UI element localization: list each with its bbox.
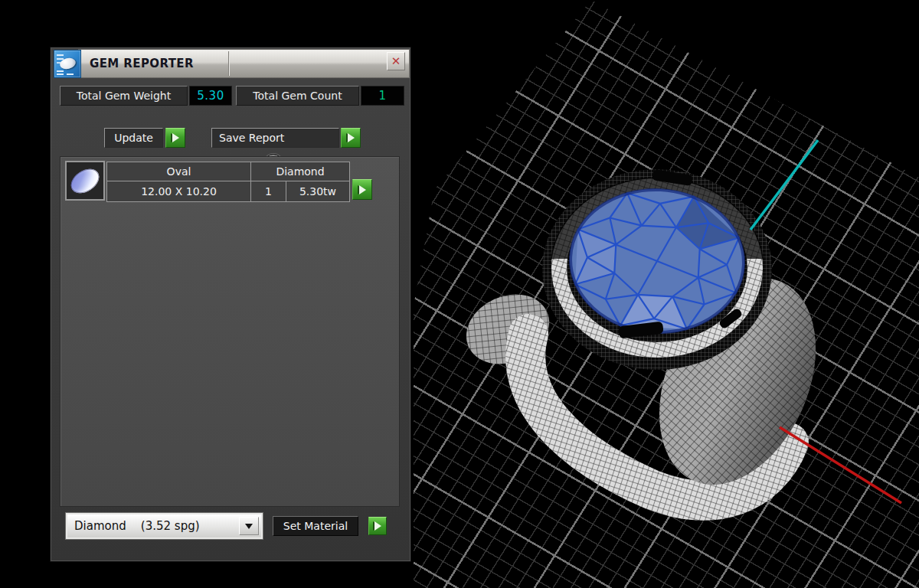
save-report-button[interactable]: Save Report bbox=[211, 128, 339, 148]
play-icon bbox=[374, 521, 381, 531]
gem-reporter-window: GEM REPORTER ✕ Total Gem Weight 5.30 Tot… bbox=[51, 47, 410, 561]
axis-line-cyan bbox=[751, 140, 818, 230]
gem-glyph-icon bbox=[59, 57, 77, 71]
window-titlebar[interactable]: GEM REPORTER bbox=[78, 49, 410, 78]
oval-gem-icon bbox=[67, 164, 103, 198]
gem-weight-cell: 5.30tw bbox=[286, 181, 349, 201]
total-gem-count-label: Total Gem Count bbox=[236, 86, 359, 106]
gem-count-cell: 1 bbox=[251, 181, 286, 201]
gem-dimensions-cell: 12.00 X 10.20 bbox=[107, 181, 250, 201]
window-title: GEM REPORTER bbox=[79, 57, 194, 70]
save-report-run-button[interactable] bbox=[341, 128, 361, 148]
total-gem-weight-value: 5.30 bbox=[189, 86, 232, 106]
set-material-run-button[interactable] bbox=[368, 517, 387, 535]
play-icon bbox=[348, 133, 355, 142]
gem-list-area: Oval Diamond 12.00 X 10.20 1 5.30tw bbox=[60, 156, 400, 507]
chevron-down-icon bbox=[245, 524, 253, 529]
gem-thumbnail[interactable] bbox=[65, 161, 105, 201]
gem-reporter-icon bbox=[54, 50, 81, 78]
total-gem-weight-label: Total Gem Weight bbox=[60, 86, 188, 106]
gem-row-action-button[interactable] bbox=[352, 179, 372, 200]
titlebar-divider bbox=[228, 51, 229, 76]
material-dropdown[interactable]: Diamond (3.52 spg) bbox=[67, 514, 261, 537]
update-run-button[interactable] bbox=[165, 128, 185, 148]
icon-detail bbox=[57, 54, 64, 56]
play-icon bbox=[172, 133, 179, 142]
gem-shape-cell: Oval bbox=[107, 162, 250, 181]
material-dropdown-arrow-button[interactable] bbox=[239, 517, 259, 535]
application-screen: GEM REPORTER ✕ Total Gem Weight 5.30 Tot… bbox=[0, 0, 919, 588]
close-button[interactable]: ✕ bbox=[387, 52, 405, 70]
material-dropdown-value: Diamond (3.52 spg) bbox=[67, 519, 200, 533]
total-gem-count-value: 1 bbox=[361, 86, 404, 106]
set-material-button[interactable]: Set Material bbox=[273, 516, 358, 536]
update-button[interactable]: Update bbox=[104, 128, 163, 148]
gem-table: Oval Diamond 12.00 X 10.20 1 5.30tw bbox=[106, 162, 350, 202]
play-icon bbox=[359, 185, 366, 194]
gem-type-cell: Diamond bbox=[251, 162, 349, 181]
